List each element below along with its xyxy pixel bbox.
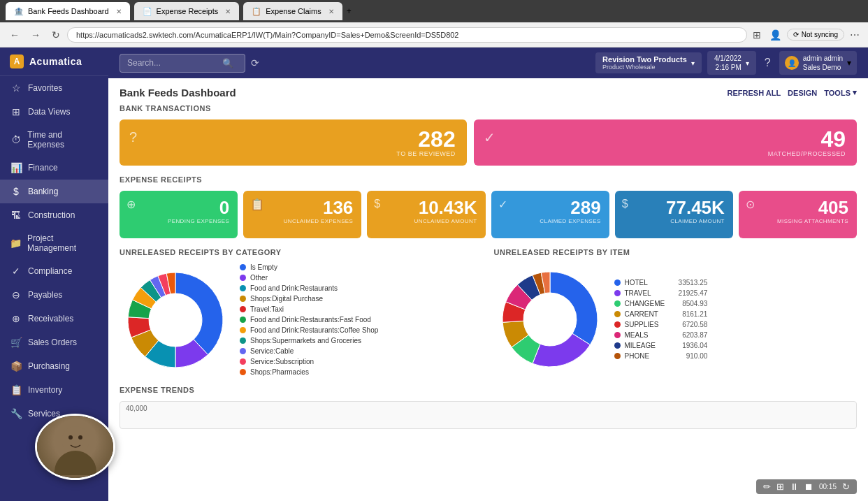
tab-expense-claims[interactable]: 📋 Expense Claims ✕ xyxy=(243,2,342,20)
legend-dot xyxy=(614,290,621,296)
sidebar-item-compliance[interactable]: ✓ Compliance xyxy=(0,259,108,283)
sidebar-item-favorites[interactable]: ☆ Favorites xyxy=(0,76,108,100)
legend-label: PHONE xyxy=(625,352,650,360)
legend-item-hotel: HOTEL33513.25 xyxy=(614,279,708,286)
trends-chart-area: 40,000 xyxy=(120,401,857,429)
card-number: 405 xyxy=(747,198,848,218)
card-label: UNCLAIMED AMOUNT xyxy=(375,218,477,224)
tab-bank-feeds[interactable]: 🏦 Bank Feeds Dashboard ✕ xyxy=(6,2,130,20)
video-face xyxy=(37,416,113,478)
time-display: 2:16 PM xyxy=(716,63,742,72)
legend-label: MEALS xyxy=(625,331,649,339)
reload-btn[interactable]: ↻ xyxy=(48,27,64,43)
sidebar-item-data-views[interactable]: ⊞ Data Views xyxy=(0,100,108,124)
svg-point-1 xyxy=(55,451,96,475)
new-tab-btn[interactable]: + xyxy=(347,6,352,16)
product-selector[interactable]: Revision Two Products Product Wholesale … xyxy=(595,52,702,73)
sidebar-item-label: Sales Orders xyxy=(28,337,77,347)
tab-label: Expense Claims xyxy=(266,7,321,15)
bank-transactions-cards: ? 282 TO BE REVIEWED ✓ 49 MATCHED/PROCES… xyxy=(120,119,857,166)
legend-item: Shops:Digital Purchase xyxy=(240,295,378,303)
card-matched-processed[interactable]: ✓ 49 MATCHED/PROCESSED xyxy=(474,119,857,166)
card-unclaimed-amount[interactable]: $ 10.43K UNCLAIMED AMOUNT xyxy=(367,191,485,238)
card-missing-attachments[interactable]: ⊙ 405 MISSING ATTACHMENTS xyxy=(739,191,857,238)
card-to-be-reviewed[interactable]: ? 282 TO BE REVIEWED xyxy=(120,119,467,166)
legend-item: Food and Drink:Restaurants xyxy=(240,284,378,292)
legend-value: 21925.47 xyxy=(669,289,707,297)
card-claimed-amount[interactable]: $ 77.45K CLAIMED AMOUNT xyxy=(615,191,733,238)
banking-icon: $ xyxy=(10,186,22,197)
sync-icon: ⟳ xyxy=(793,31,799,38)
browser-nav: ← → ↻ https://acumaticads2.swktech.com/A… xyxy=(0,22,868,48)
tab-close-btn[interactable]: ✕ xyxy=(225,8,231,15)
by-item-donut[interactable] xyxy=(494,263,606,375)
sidebar-item-banking[interactable]: $ Banking xyxy=(0,180,108,203)
sidebar-item-inventory[interactable]: 📋 Inventory xyxy=(0,378,108,402)
svg-point-0 xyxy=(62,426,89,454)
refresh-all-btn[interactable]: REFRESH ALL xyxy=(728,89,781,97)
search-icon[interactable]: 🔍 xyxy=(222,58,233,68)
card-unclaimed-expenses[interactable]: 📋 136 UNCLAIMED EXPENSES xyxy=(243,191,361,238)
back-btn[interactable]: ← xyxy=(6,27,24,43)
tab-close-btn[interactable]: ✕ xyxy=(116,8,122,15)
legend-dot xyxy=(240,317,246,323)
stop-icon-btn[interactable]: ⏹ xyxy=(804,481,813,492)
copy-icon-btn[interactable]: ⊞ xyxy=(776,481,784,492)
check-circle-icon: ✓ xyxy=(484,129,496,146)
sidebar-item-sales-orders[interactable]: 🛒 Sales Orders xyxy=(0,331,108,354)
not-syncing-indicator[interactable]: ⟳ Not syncing xyxy=(787,29,844,41)
sidebar-item-time-expenses[interactable]: ⏱ Time and Expenses xyxy=(0,124,108,156)
face-svg xyxy=(48,419,103,475)
legend-dot xyxy=(240,264,246,270)
forward-btn[interactable]: → xyxy=(27,27,45,43)
card-pending-expenses[interactable]: ⊕ 0 PENDING EXPENSES xyxy=(120,191,238,238)
card-claimed-expenses[interactable]: ✓ 289 CLAIMED EXPENSES xyxy=(491,191,609,238)
sidebar-item-construction[interactable]: 🏗 Construction xyxy=(0,203,108,227)
by-category-title: UNRELEASED RECEIPTS BY CATEGORY xyxy=(120,248,483,256)
dashboard-content: Bank Feeds Dashboard REFRESH ALL DESIGN … xyxy=(108,78,868,437)
pause-icon-btn[interactable]: ⏸ xyxy=(790,481,799,492)
card-label: MATCHED/PROCESSED xyxy=(485,150,846,157)
user-company: Sales Demo xyxy=(803,63,843,72)
legend-label: Shops:Supermarkets and Groceries xyxy=(250,337,361,344)
legend-item: Travel:Taxi xyxy=(240,305,378,313)
legend-value: 1936.04 xyxy=(669,342,707,349)
user-menu[interactable]: 👤 admin admin Sales Demo ▾ xyxy=(779,51,857,75)
by-category-donut[interactable] xyxy=(120,264,231,376)
sidebar-item-purchasing[interactable]: 📦 Purchasing xyxy=(0,354,108,378)
design-btn[interactable]: DESIGN xyxy=(788,89,817,97)
sidebar-logo[interactable]: A Acumatica xyxy=(0,48,108,76)
sidebar-item-finance[interactable]: 📊 Finance xyxy=(0,156,108,180)
sidebar-item-project-mgmt[interactable]: 📁 Project Management xyxy=(0,227,108,259)
legend-item-supplies: SUPPLIES6720.58 xyxy=(614,321,708,328)
datetime-dropdown-icon: ▾ xyxy=(746,59,749,67)
by-item-title: UNRELEASED RECEIPTS BY ITEM xyxy=(494,248,858,256)
profile-btn[interactable]: 👤 xyxy=(767,28,784,42)
sidebar-item-receivables[interactable]: ⊕ Receivables xyxy=(0,307,108,331)
search-box[interactable]: 🔍 xyxy=(120,54,245,73)
help-icon[interactable]: ? xyxy=(765,57,771,69)
tools-btn[interactable]: TOOLS ▾ xyxy=(824,88,857,97)
sidebar-item-label: Construction xyxy=(28,210,75,220)
search-input[interactable] xyxy=(127,58,218,68)
user-avatar-icon: 👤 xyxy=(785,56,799,70)
edit-icon-btn[interactable]: ✏ xyxy=(763,481,771,492)
history-icon[interactable]: ⟳ xyxy=(251,57,259,68)
card-label: CLAIMED AMOUNT xyxy=(623,218,725,224)
plus-circle-icon: ⊕ xyxy=(126,198,136,211)
legend-label: Travel:Taxi xyxy=(250,305,284,313)
tab-expense-receipts[interactable]: 📄 Expense Receipts ✕ xyxy=(134,2,240,20)
legend-item: Food and Drink:Restaurants:Coffee Shop xyxy=(240,326,378,334)
url-bar[interactable]: https://acumaticads2.swktech.com/Acumati… xyxy=(67,27,747,43)
by-item-legend: HOTEL33513.25 TRAVEL21925.47 CHANGEME850… xyxy=(614,279,708,360)
sidebar-item-label: Favorites xyxy=(28,83,62,93)
more-btn[interactable]: ⋯ xyxy=(847,28,862,42)
legend-dot xyxy=(240,327,246,333)
sidebar-item-payables[interactable]: ⊖ Payables xyxy=(0,283,108,307)
legend-item: Service:Cable xyxy=(240,347,378,355)
datetime-selector[interactable]: 4/1/2022 2:16 PM ▾ xyxy=(707,51,756,75)
refresh-video-btn[interactable]: ↻ xyxy=(842,481,850,492)
sidebar-item-label: Payables xyxy=(28,290,62,300)
tab-close-btn[interactable]: ✕ xyxy=(328,8,334,15)
extensions-btn[interactable]: ⊞ xyxy=(750,28,764,42)
